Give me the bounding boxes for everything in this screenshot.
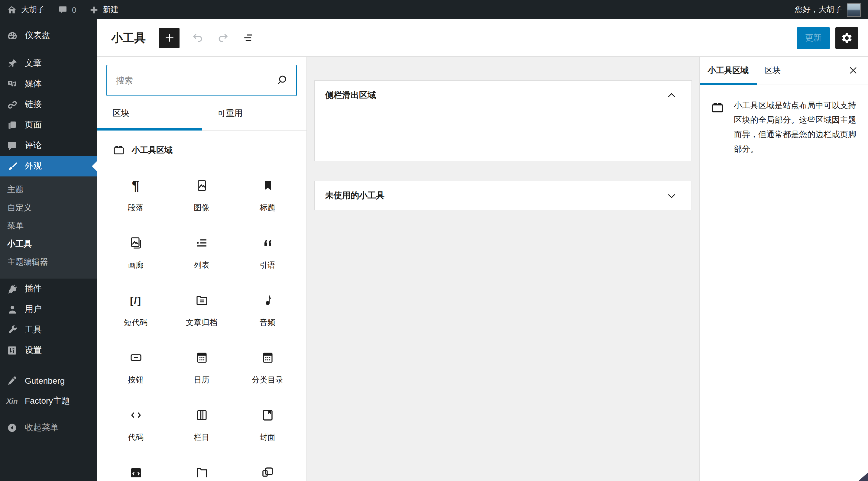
inserter-section-header: 小工具区域 [97, 130, 306, 157]
submenu-item-customize[interactable]: 自定义 [0, 199, 97, 217]
block-item-columns[interactable]: 栏目 [168, 390, 235, 447]
widget-area-inactive[interactable]: 未使用的小工具 [314, 181, 692, 210]
plus-icon [89, 5, 98, 14]
block-inserter-panel: 区块 可重用 小工具区域 ¶ 段落 图像 [97, 56, 307, 481]
update-button[interactable]: 更新 [797, 27, 830, 49]
widget-area-icon [113, 144, 125, 157]
block-item-file[interactable] [168, 447, 235, 481]
submenu-item-theme-editor[interactable]: 主题编辑器 [0, 253, 97, 271]
new-label: 新建 [103, 4, 119, 15]
sidebar-item-posts[interactable]: 文章 [0, 53, 97, 74]
add-block-button[interactable] [159, 28, 180, 48]
tab-widget-areas[interactable]: 小工具区域 [700, 56, 756, 85]
block-item-archives[interactable]: 文章归档 [168, 275, 235, 332]
block-item-shortcode[interactable]: [/] 短代码 [103, 275, 168, 332]
sidebar-item-comments[interactable]: 评论 [0, 135, 97, 156]
widget-area-icon [710, 98, 725, 157]
archive-folder-icon [194, 292, 209, 308]
tab-block[interactable]: 区块 [756, 56, 788, 85]
sliders-icon [5, 345, 19, 356]
resize-corner [858, 473, 868, 481]
chevron-up-icon[interactable] [666, 90, 677, 101]
media-icon [5, 78, 19, 90]
xin-logo: Xin [5, 397, 19, 406]
block-item-audio[interactable]: 音频 [235, 275, 301, 332]
undo-button[interactable] [187, 27, 209, 49]
sidebar-item-tools[interactable]: 工具 [0, 320, 97, 340]
quote-icon [260, 235, 275, 251]
sidebar-item-users[interactable]: 用户 [0, 299, 97, 320]
list-view-button[interactable] [238, 27, 259, 49]
sidebar-item-factory-theme[interactable]: Xin Factory主题 [0, 391, 97, 412]
settings-gear-button[interactable] [835, 27, 858, 49]
block-item-gallery[interactable]: 画廊 [103, 218, 168, 275]
sidebar-label: 评论 [25, 140, 42, 151]
sidebar-label: 页面 [25, 120, 42, 130]
block-item-list[interactable]: 列表 [168, 218, 235, 275]
categories-icon [260, 350, 275, 365]
collapse-arrow-icon [5, 422, 19, 433]
comments-count: 0 [72, 5, 76, 14]
admin-bar-comments[interactable]: 0 [51, 0, 83, 19]
block-grid: ¶ 段落 图像 标题 画廊 [97, 160, 306, 481]
sidebar-collapse-menu[interactable]: 收起菜单 [0, 418, 97, 438]
submenu-arrow [87, 161, 97, 171]
block-item-heading[interactable]: 标题 [235, 160, 301, 218]
avatar[interactable] [847, 3, 861, 17]
settings-sidebar: 小工具区域 区块 小工具区域是站点布局中可以支持区块的全局部分。这些区域因主题而… [700, 56, 868, 481]
submenu-item-themes[interactable]: 主题 [0, 181, 97, 199]
widget-area-sidebar-slideout[interactable]: 侧栏滑出区域 [314, 81, 692, 161]
sidebar-label: 用户 [25, 304, 42, 315]
block-item-calendar[interactable]: 日历 [168, 332, 235, 390]
calendar-icon [194, 350, 209, 365]
redo-button[interactable] [212, 27, 234, 49]
sidebar-label: Factory主题 [25, 396, 70, 407]
gear-icon [841, 32, 853, 44]
block-item-categories[interactable]: 分类目录 [235, 332, 301, 390]
sidebar-label: 外观 [25, 161, 42, 171]
sidebar-item-appearance[interactable]: 外观 [0, 156, 97, 177]
sidebar-item-pages[interactable]: 页面 [0, 115, 97, 135]
sidebar-label: 仪表盘 [25, 30, 50, 41]
columns-icon [194, 407, 209, 423]
sidebar-item-plugins[interactable]: 插件 [0, 279, 97, 299]
block-item-button[interactable]: 按钮 [103, 332, 168, 390]
block-item-image[interactable]: 图像 [168, 160, 235, 218]
block-item-quote[interactable]: 引语 [235, 218, 301, 275]
greeting-text[interactable]: 您好，大胡子 [795, 4, 842, 15]
sidebar-item-media[interactable]: 媒体 [0, 74, 97, 94]
block-item-code[interactable]: 代码 [103, 390, 168, 447]
block-item-paragraph[interactable]: ¶ 段落 [103, 160, 168, 218]
sidebar-item-links[interactable]: 链接 [0, 94, 97, 115]
comment-bubble-icon [58, 5, 68, 14]
brush-icon [5, 160, 19, 172]
sidebar-label: Gutenberg [25, 376, 65, 386]
admin-bar-site-menu[interactable]: 大胡子 [0, 0, 51, 19]
settings-tabs: 小工具区域 区块 [700, 56, 868, 85]
link-icon [5, 99, 19, 110]
user-icon [5, 303, 19, 315]
custom-html-icon [128, 465, 143, 480]
list-icon [194, 235, 209, 251]
submenu-item-menus[interactable]: 菜单 [0, 217, 97, 235]
block-item-cover[interactable]: 封面 [235, 390, 301, 447]
plugin-icon [5, 283, 19, 295]
sidebar-item-dashboard[interactable]: 仪表盘 [0, 25, 97, 46]
sidebar-item-settings[interactable]: 设置 [0, 340, 97, 361]
block-item-group[interactable] [235, 447, 301, 481]
widget-area-title: 侧栏滑出区域 [325, 90, 376, 101]
sidebar-label: 工具 [25, 324, 42, 335]
admin-bar-new[interactable]: 新建 [83, 0, 125, 19]
file-icon [194, 465, 209, 480]
sidebar-item-gutenberg[interactable]: Gutenberg [0, 371, 97, 391]
button-icon [128, 350, 143, 365]
close-icon [848, 65, 858, 75]
block-item-custom-html[interactable] [103, 447, 168, 481]
tab-blocks[interactable]: 区块 [97, 97, 202, 130]
chevron-down-icon[interactable] [666, 190, 677, 201]
sidebar-label: 媒体 [25, 78, 42, 90]
search-input[interactable] [106, 65, 297, 96]
tab-reusable[interactable]: 可重用 [202, 97, 306, 130]
submenu-item-widgets[interactable]: 小工具 [0, 235, 97, 253]
close-settings-button[interactable] [844, 61, 862, 79]
